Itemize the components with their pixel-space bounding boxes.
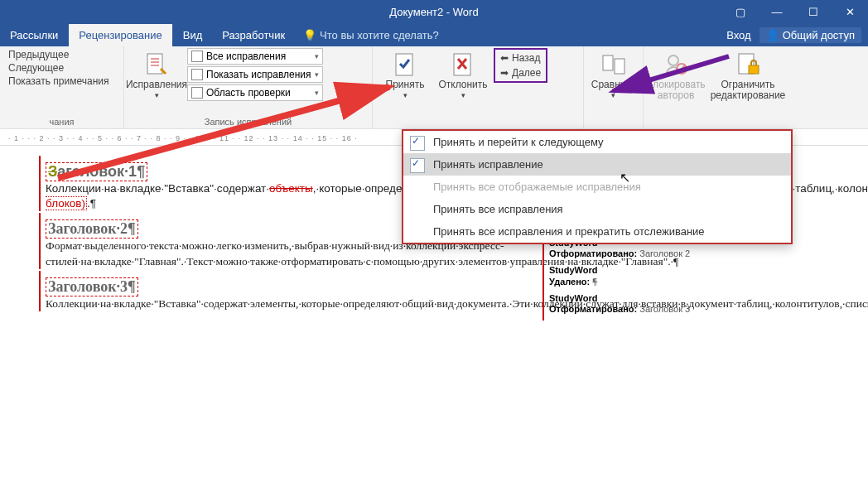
- track-changes-icon: [143, 51, 170, 78]
- previous-comment-button[interactable]: Предыдущее: [5, 48, 72, 61]
- show-markup-button[interactable]: Показать исправления: [187, 66, 323, 83]
- next-change-button[interactable]: ➡ Далее: [497, 66, 544, 80]
- track-changes-button[interactable]: Исправления ▾: [129, 48, 184, 104]
- document-icon: [191, 51, 203, 62]
- ribbon-display-options-icon[interactable]: ▢: [722, 0, 759, 23]
- reviewing-pane-label: Область проверки: [206, 87, 291, 99]
- svg-rect-8: [749, 65, 759, 74]
- share-icon: 👤: [766, 29, 779, 41]
- tab-review[interactable]: Рецензирование: [68, 23, 172, 46]
- accept-icon: [392, 51, 418, 78]
- paragraph-3[interactable]: Коллекции·на·вкладке·"Вставка"·содержат·…: [46, 296, 509, 311]
- accept-all-stop-item[interactable]: Принять все исправления и прекратить отс…: [403, 220, 791, 243]
- next-comment-button[interactable]: Следующее: [5, 61, 67, 75]
- accept-and-next-item[interactable]: Принять и перейти к следующему: [403, 131, 791, 153]
- block-authors-button: Блокировать авторов: [649, 48, 703, 104]
- window-buttons: ▢ — ☐ ✕: [722, 0, 868, 23]
- share-label: Общий доступ: [783, 29, 855, 41]
- document-icon: [191, 69, 203, 80]
- reviewing-pane-button[interactable]: Область проверки: [187, 84, 323, 101]
- ribbon: Предыдущее Следующее Показать примечания…: [0, 46, 868, 129]
- tell-me-search[interactable]: 💡 Что вы хотите сделать?: [295, 23, 439, 46]
- svg-rect-3: [603, 55, 613, 70]
- reject-button[interactable]: Отклонить ▾: [436, 48, 490, 104]
- heading-3[interactable]: Заголовок·3¶: [46, 277, 138, 296]
- display-markup-value: Все исправления: [206, 51, 286, 62]
- previous-change-button[interactable]: ⬅ Назад: [497, 51, 544, 65]
- tell-me-label: Что вы хотите сделать?: [320, 29, 439, 41]
- block-authors-icon: [663, 51, 689, 78]
- tab-strip: Рассылки Рецензирование Вид Разработчик …: [0, 23, 868, 46]
- arrow-right-icon: ➡: [500, 67, 509, 79]
- pane-icon: [191, 87, 203, 99]
- svg-rect-4: [615, 59, 624, 74]
- accept-all-item[interactable]: Принять все исправления: [403, 198, 791, 220]
- display-markup-combo[interactable]: Все исправления: [187, 48, 323, 65]
- maximize-button[interactable]: ☐: [795, 0, 832, 23]
- restrict-editing-icon: [735, 51, 761, 78]
- group-comments-label: чания: [5, 115, 118, 127]
- restrict-editing-label: Ограничить редактирование: [708, 80, 788, 101]
- titlebar: Документ2 - Word ▢ — ☐ ✕: [0, 0, 868, 23]
- tab-developer[interactable]: Разработчик: [212, 23, 295, 46]
- heading-1[interactable]: Заголовок·1¶: [46, 162, 147, 181]
- show-comments-button[interactable]: Показать примечания: [5, 75, 113, 88]
- close-button[interactable]: ✕: [832, 0, 868, 23]
- accept-change-item[interactable]: Принять исправление: [403, 153, 791, 176]
- heading-2[interactable]: Заголовок·2¶: [46, 219, 138, 239]
- accept-button[interactable]: Принять ▾: [378, 48, 432, 104]
- nav-highlight-box: ⬅ Назад ➡ Далее: [494, 48, 547, 83]
- next-change-label: Далее: [512, 67, 541, 79]
- tab-view[interactable]: Вид: [173, 23, 213, 46]
- balloon-deleted-para[interactable]: StudyWord Удалено: ¶: [549, 265, 690, 288]
- block-authors-label: Блокировать авторов: [646, 80, 705, 101]
- svg-point-5: [668, 55, 678, 65]
- balloon-format-h3[interactable]: StudyWord Отформатировано: Заголовок 3: [549, 293, 690, 316]
- minimize-button[interactable]: —: [759, 0, 795, 23]
- reject-label: Отклонить: [438, 80, 487, 90]
- bulb-icon: 💡: [303, 29, 316, 41]
- compare-button[interactable]: Сравнить ▾: [589, 48, 638, 104]
- arrow-left-icon: ⬅: [500, 52, 509, 64]
- accept-all-shown-item: Принять все отображаемые исправления: [403, 176, 791, 198]
- share-button[interactable]: 👤 Общий доступ: [760, 27, 861, 43]
- compare-label: Сравнить: [591, 80, 635, 90]
- window-title: Документ2 - Word: [389, 6, 478, 18]
- reject-icon: [450, 51, 476, 78]
- compare-icon: [600, 51, 627, 78]
- restrict-editing-button[interactable]: Ограничить редактирование: [706, 48, 789, 104]
- accept-dropdown: Принять и перейти к следующему Принять и…: [402, 129, 793, 244]
- sign-in-link[interactable]: Вход: [726, 29, 750, 41]
- tab-mailings[interactable]: Рассылки: [0, 23, 68, 46]
- accept-label: Принять: [386, 80, 425, 90]
- group-tracking-label: Запись исправлений: [129, 115, 367, 127]
- svg-rect-0: [147, 54, 162, 74]
- previous-change-label: Назад: [512, 52, 540, 64]
- track-changes-label: Исправления: [126, 80, 187, 90]
- show-markup-label: Показать исправления: [206, 69, 311, 80]
